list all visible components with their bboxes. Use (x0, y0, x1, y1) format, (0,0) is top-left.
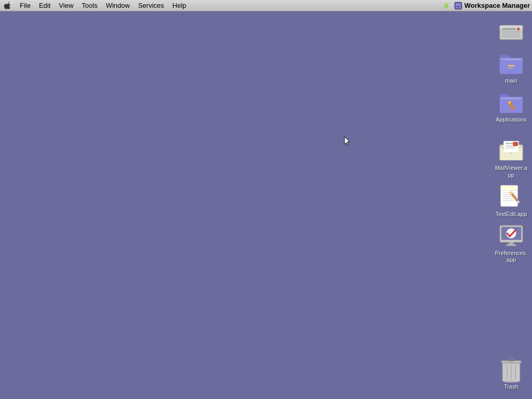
svg-rect-1 (456, 3, 461, 6)
svg-rect-9 (502, 34, 520, 35)
preferences-icon-image (499, 223, 524, 248)
trash-icon-image (499, 357, 524, 382)
menu-help[interactable]: Help (168, 1, 191, 10)
workspace-manager-icon (454, 2, 462, 10)
svg-rect-3 (459, 7, 461, 8)
applications-folder-label: Applications (495, 116, 527, 124)
menu-services[interactable]: Services (134, 1, 168, 10)
svg-rect-38 (509, 242, 514, 244)
desktop: main Applications (0, 11, 532, 399)
harddisk-icon-image (499, 19, 524, 44)
main-folder-icon[interactable]: main (491, 49, 531, 87)
apple-logo-icon[interactable] (2, 1, 12, 11)
trash-icon[interactable]: Trash (491, 355, 531, 393)
svg-rect-11 (508, 65, 514, 66)
main-folder-icon-image (499, 51, 524, 76)
svg-rect-24 (501, 185, 518, 191)
svg-rect-39 (506, 244, 516, 246)
workspace-manager[interactable]: Workspace Manager (454, 2, 530, 10)
svg-rect-45 (509, 358, 514, 361)
svg-rect-25 (503, 192, 516, 193)
svg-rect-10 (502, 36, 520, 37)
menubar: File Edit View Tools Window Services Hel… (0, 0, 532, 11)
mouse-cursor (344, 136, 350, 145)
svg-point-7 (517, 28, 520, 30)
menu-file[interactable]: File (16, 1, 35, 10)
mailviewer-icon[interactable]: MailViewer.app (491, 136, 531, 181)
menu-window[interactable]: Window (102, 1, 134, 10)
harddisk-label (510, 45, 512, 46)
svg-rect-2 (456, 7, 458, 8)
icon-shelf: main Applications (490, 11, 532, 399)
mailviewer-label: MailViewer.app (493, 164, 530, 179)
mailviewer-icon-image (499, 138, 524, 163)
textedit-icon[interactable]: TextEdit.app (491, 182, 531, 220)
workspace-manager-label: Workspace Manager (464, 2, 530, 9)
menu-edit[interactable]: Edit (35, 1, 55, 10)
trash-label: Trash (503, 383, 520, 391)
applications-folder-icon[interactable]: Applications (491, 88, 531, 126)
textedit-label: TextEdit.app (495, 210, 528, 218)
menu-tools[interactable]: Tools (77, 1, 101, 10)
menubar-right: 🔋 Workspace Manager (443, 2, 530, 10)
preferences-label: Preferences.app (493, 249, 530, 264)
menu-view[interactable]: View (55, 1, 77, 10)
applications-folder-icon-image (499, 90, 524, 115)
harddisk-icon[interactable] (491, 17, 531, 48)
svg-point-46 (503, 380, 520, 382)
svg-rect-28 (503, 198, 513, 199)
svg-rect-12 (508, 68, 513, 69)
main-folder-label: main (504, 77, 518, 85)
battery-icon: 🔋 (443, 2, 450, 9)
svg-rect-8 (502, 32, 520, 33)
svg-rect-21 (506, 148, 514, 149)
svg-rect-22 (513, 142, 518, 146)
svg-rect-6 (502, 28, 516, 30)
textedit-icon-image (499, 184, 524, 209)
svg-rect-29 (503, 200, 514, 201)
svg-rect-20 (506, 147, 516, 147)
preferences-icon[interactable]: Preferences.app (491, 221, 531, 266)
